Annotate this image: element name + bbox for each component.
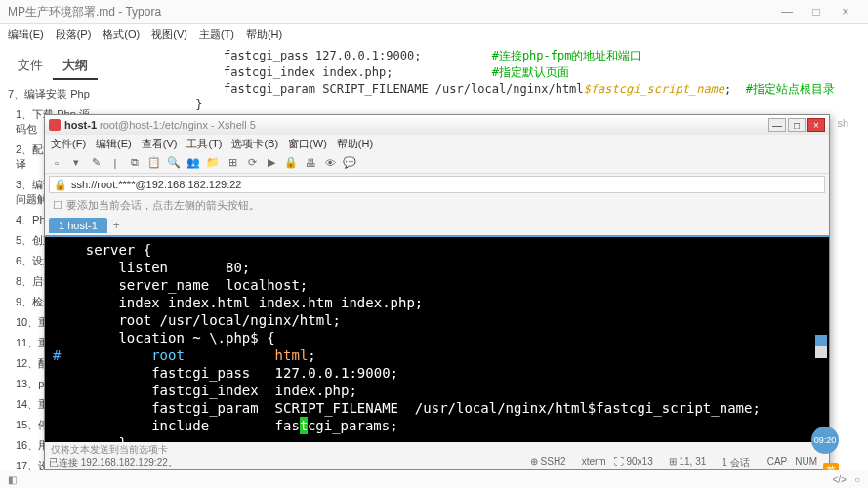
status-cursor: ⊞ 11, 31 — [669, 456, 715, 469]
address-text: ssh://root:****@192.168.182.129:22 — [71, 179, 241, 190]
xshell-window: host-1 root@host-1:/etc/nginx - Xshell 5… — [44, 114, 830, 470]
min-button[interactable]: — — [772, 4, 802, 20]
status-size: ⛶ 90x13 — [614, 456, 661, 469]
tool-copy-icon[interactable]: ⧉ — [127, 155, 143, 171]
xshell-icon — [49, 119, 61, 131]
terminal-line: fastcgi_index index.php; — [53, 382, 821, 399]
terminal-line: fastcgi_param SCRIPT_FILENAME /usr/local… — [53, 399, 821, 417]
status-sessions: 1 会话 — [722, 456, 749, 469]
typora-statusbar: ◧ </> ○ — [0, 470, 868, 488]
tab-files[interactable]: 文件 — [8, 53, 53, 80]
main-menu: 编辑(E) 段落(P) 格式(O) 视图(V) 主题(T) 帮助(H) — [0, 24, 868, 44]
tool-print-icon[interactable]: 🖶 — [303, 155, 318, 171]
xshell-toolbar: ▫ ▾ ✎ | ⧉ 📋 🔍 👥 📁 ⊞ ⟳ ▶ 🔒 🖶 👁 💬 — [45, 152, 829, 174]
xshell-path: root@host-1:/etc/nginx - Xshell 5 — [100, 119, 256, 131]
tool-folder-icon[interactable]: 📁 — [205, 155, 221, 171]
sidebar-toggle-icon[interactable]: ◧ — [8, 474, 17, 485]
session-info: ☐要添加当前会话，点击左侧的箭头按钮。 — [45, 195, 829, 216]
xmenu-tools[interactable]: 工具(T) — [186, 137, 222, 151]
status-ssh: ⊕ SSH2 — [530, 456, 574, 469]
view-toggle-icon[interactable]: </> — [832, 474, 846, 485]
status-num: NUM — [795, 456, 817, 469]
tool-search-icon[interactable]: 🔍 — [166, 155, 182, 171]
tool-new-icon[interactable]: ▫ — [49, 155, 64, 171]
tool-grid-icon[interactable]: ⊞ — [225, 155, 240, 171]
tool-people-icon[interactable]: 👥 — [186, 155, 201, 171]
session-tab[interactable]: 1 host-1 — [49, 218, 107, 233]
tool-paste-icon[interactable]: 📋 — [146, 155, 162, 171]
address-bar[interactable]: 🔒 ssh://root:****@192.168.182.129:22 — [49, 176, 825, 193]
xmenu-tabs[interactable]: 选项卡(B) — [231, 137, 278, 151]
app-title: MP生产环境部署.md - Typora — [8, 4, 772, 20]
code-line: fastcgi_index index.php; #指定默认页面 — [139, 64, 835, 81]
xmenu-file[interactable]: 文件(F) — [51, 137, 86, 151]
terminal[interactable]: server { listen 80; server_name localhos… — [45, 235, 829, 469]
tool-eye-icon[interactable]: 👁 — [322, 155, 338, 171]
terminal-line: # root html; — [53, 346, 821, 364]
lock-icon: 🔒 — [54, 179, 67, 191]
max-button[interactable]: □ — [802, 4, 831, 20]
code-line: } — [139, 97, 835, 113]
terminal-line: index index.html index.htm index.php; — [53, 294, 821, 311]
xmenu-view[interactable]: 查看(V) — [142, 137, 178, 151]
add-tab-button[interactable]: + — [113, 219, 120, 232]
terminal-line: server_name localhost; — [53, 276, 821, 294]
xmenu-window[interactable]: 窗口(W) — [288, 137, 327, 151]
xmenu-edit[interactable]: 编辑(E) — [96, 137, 132, 151]
terminal-line: listen 80; — [53, 259, 821, 276]
xmenu-help[interactable]: 帮助(H) — [337, 137, 373, 151]
conn-status: 已连接 192.168.182.129:22。 — [49, 456, 178, 469]
tab-outline[interactable]: 大纲 — [53, 53, 98, 80]
xshell-max-button[interactable]: □ — [788, 118, 806, 132]
code-line: fastcgi_pass 127.0.0.1:9000; #连接php-fpm的… — [139, 48, 835, 64]
tool-lock-icon[interactable]: 🔒 — [283, 155, 299, 171]
tool-brush-icon[interactable]: ✎ — [88, 155, 103, 171]
code-line: fastcgi_param SCRIPT_FILENAME /usr/local… — [139, 81, 835, 98]
terminal-line: root /usr/local/nginx/html; — [53, 311, 821, 329]
menu-view[interactable]: 视图(V) — [151, 27, 187, 42]
menu-format[interactable]: 格式(O) — [103, 27, 140, 42]
xshell-host: host-1 — [64, 119, 97, 131]
time-bubble-icon[interactable]: 09:20 — [811, 427, 839, 454]
tool-sync-icon[interactable]: ⟳ — [244, 155, 260, 171]
terminal-line: include fastcgi_params; — [53, 417, 821, 434]
send-target: 仅将文本发送到当前选项卡 — [45, 442, 829, 456]
close-button[interactable]: × — [831, 4, 860, 20]
menu-help[interactable]: 帮助(H) — [246, 27, 282, 42]
menu-paragraph[interactable]: 段落(P) — [56, 27, 92, 42]
tool-chat-icon[interactable]: 💬 — [342, 155, 357, 171]
terminal-line: fastcgi_pass 127.0.0.1:9000; — [53, 364, 821, 382]
xshell-close-button[interactable]: × — [807, 118, 825, 132]
terminal-line: location ~ \.php$ { — [53, 329, 821, 346]
view-circle-icon[interactable]: ○ — [854, 474, 860, 485]
menu-theme[interactable]: 主题(T) — [199, 27, 234, 42]
menu-edit[interactable]: 编辑(E) — [8, 27, 44, 42]
terminal-line: server { — [53, 241, 821, 259]
lang-label: sh — [837, 117, 848, 129]
scrollbar[interactable] — [815, 335, 827, 358]
xshell-min-button[interactable]: — — [768, 118, 786, 132]
status-cap: CAP — [767, 456, 788, 469]
tool-play-icon[interactable]: ▶ — [264, 155, 279, 171]
tool-sep: | — [107, 155, 123, 171]
status-term: xterm — [582, 456, 606, 469]
outline-item[interactable]: 7、编译安装 Php — [0, 84, 105, 104]
tool-open-icon[interactable]: ▾ — [68, 155, 84, 171]
